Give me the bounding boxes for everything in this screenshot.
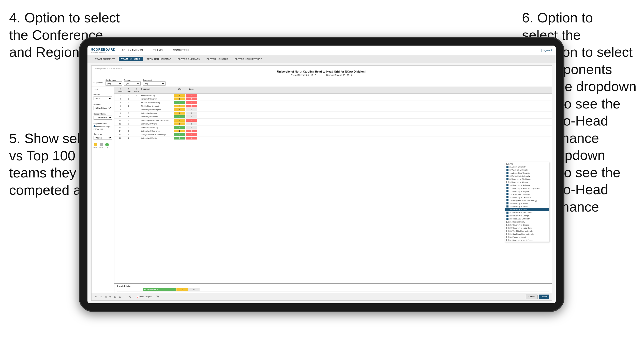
checkbox [506,209,508,211]
checkbox [506,196,508,198]
tab-team-h2h-grid[interactable]: TEAM H2H GRID [119,57,143,61]
nav-tournaments[interactable]: TOURNAMENTS [121,49,144,52]
nav-committee[interactable]: COMMITTEE [172,49,191,52]
toolbar-copy[interactable]: ⊞ [113,295,117,299]
toolbar-redo[interactable]: ↪ [99,295,102,299]
table-row: 14 3 University of Oklahoma 2 2 [114,129,552,133]
dropdown-item[interactable]: 30. Purdue University [505,235,549,239]
dropdown-item[interactable]: 23. Texas A&M University [505,217,549,220]
dropdown-item[interactable]: 10. University of Alabama [505,184,549,187]
checkbox [506,233,508,235]
dropdown-item[interactable]: 3. Vanderbilt University [505,168,549,171]
dropdown-item[interactable]: 20. University of Texas [505,208,549,211]
legend-level: Level [99,143,103,148]
opponent-select[interactable]: (All) [143,81,166,86]
checkbox [506,184,508,186]
checkbox [506,172,508,174]
radio-opponents-played-circle [94,125,96,127]
th-conf: #Conf [133,88,140,93]
dropdown-item[interactable]: 18. University of Illinois [505,205,549,208]
legend-up: Up [105,143,109,148]
table-area: #Rank #Reg #Conf Opponent Win Loss 2 1 1… [114,87,552,293]
gender-select[interactable]: Men's [94,96,112,100]
dropdown-item[interactable]: 14. University of Oklahoma [505,196,549,199]
th-loss: Loss [186,88,197,93]
nav-teams[interactable]: TEAMS [152,49,164,52]
action-buttons: Cancel Apply [526,295,549,299]
checkbox [506,236,508,238]
colour-by-select[interactable]: Win/loss [94,136,112,140]
dropdown-item[interactable]: 16. University of Florida [505,202,549,205]
last-updated-time: 16:55:38 [115,68,122,70]
toolbar-refresh[interactable]: ⟳ [109,295,112,299]
checkbox [506,193,508,195]
tab-player-summary[interactable]: PLAYER SUMMARY [175,57,203,61]
dropdown-item[interactable]: 24. Duke University [505,220,549,223]
dropdown-item[interactable]: 12. University of Virginia [505,190,549,193]
dropdown-item[interactable]: 15. Georgia Institute of Technology [505,199,549,202]
checkbox [506,215,508,217]
dropdown-item[interactable]: 28. The Ohio State University [505,229,549,232]
conference-select[interactable]: (All) [106,81,122,86]
legend-row: Down Level Up [94,143,112,148]
radio-opponents-played[interactable]: Opponents Played [94,125,112,127]
apply-button[interactable]: Apply [539,295,549,299]
toolbar-back[interactable]: ◁ [104,295,107,299]
division-select[interactable]: NCAA Division I [94,106,112,110]
radio-top-100-circle [94,128,96,130]
dropdown-item[interactable]: 31. University of North Florida [505,239,549,242]
dropdown-item[interactable]: 21. University of New Mexico [505,211,549,214]
radio-top-100[interactable]: Top 100 [94,128,112,130]
dropdown-item[interactable]: 8. University of Washington [505,177,549,181]
dropdown-item[interactable]: 22. University of Georgia [505,214,549,217]
school-select[interactable]: 1. University of Nort... [94,116,112,120]
dropdown-item[interactable]: (All) [505,162,549,165]
dropdown-item[interactable]: 6. Florida State University [505,174,549,177]
region-select[interactable]: (All) [124,81,141,86]
conference-filter: Conference (All) [106,79,122,86]
tab-player-h2h-grid[interactable]: PLAYER H2H GRID [204,57,231,61]
checkbox [506,175,508,177]
toolbar-watch[interactable]: W [156,295,159,299]
sidebar-gender-section: Gender Men's [94,94,112,100]
dropdown-item[interactable]: 4. Arizona State University [505,171,549,174]
table-row: 3 2 Vanderbilt University 0 4 [114,97,552,101]
checkbox [506,227,508,229]
dropdown-item[interactable]: 27. University of Notre Dame [505,226,549,229]
toolbar-dash[interactable]: — [123,295,127,299]
dropdown-item[interactable]: 2. Auburn University [505,165,549,168]
checkbox [506,163,508,165]
toolbar-clock[interactable]: ⏱ [128,295,132,299]
tab-team-h2h-heatmap[interactable]: TEAM H2H HEATMAP [144,57,174,61]
cancel-button[interactable]: Cancel [526,295,538,299]
filters-row: Opponents: Conference (All) Region (All) [92,78,552,87]
report-record-row: Overall Record: 89 - 17 - 0 Division Rec… [95,74,548,76]
dropdown-item[interactable]: 9. University of Arizona [505,181,549,184]
legend-down: Down [94,143,97,148]
checkbox [506,178,508,180]
nav-signout[interactable]: | Sign out [541,49,552,52]
checkbox [506,187,508,189]
dropdown-item[interactable]: 25. University of Oregon [505,223,549,226]
checkbox [506,218,508,220]
left-sidebar: Team Gender Men's Division [92,87,114,293]
tab-player-h2h-heatmap[interactable]: PLAYER H2H HEATMAP [232,57,265,61]
report-title-row: University of North Carolina Head-to-Hea… [95,70,548,76]
last-updated-label: Last Updated: 4/15/2024 [95,68,115,70]
report-title: University of North Carolina Head-to-Hea… [95,70,548,73]
table-row: 11 6 University of Arkansas, Fayettevill… [114,119,552,122]
checkbox [506,205,508,207]
tab-team-summary[interactable]: TEAM SUMMARY [93,57,117,61]
toolbar-undo[interactable]: ↩ [94,295,98,299]
dropdown-item[interactable]: 13. Texas Tech University [505,193,549,196]
checkbox [506,190,508,192]
dropdown-item[interactable]: 11. University of Arkansas, Fayetteville [505,187,549,190]
dropdown-item[interactable]: 29. San Diego State University [505,232,549,235]
sidebar-school-section: School (Rank) 1. University of Nort... [94,113,112,120]
overall-record: Overall Record: 89 - 17 - 0 [291,74,316,76]
sidebar-opponent-view-section: Opponent View Opponents Played Top 100 [94,123,112,130]
toolbar-clipboard[interactable]: ⊡ [118,295,122,299]
checkbox [506,212,508,214]
nav-items: TOURNAMENTS TEAMS COMMITTEE [121,49,190,52]
table-row: 12 3 University of Virginia 1 0 [114,122,552,126]
